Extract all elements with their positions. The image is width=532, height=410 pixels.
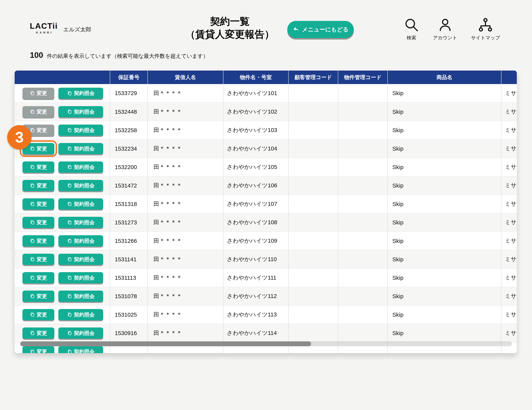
cell-property-name: さわやかハイツ107 bbox=[223, 195, 288, 213]
nav-account[interactable]: アカウント bbox=[433, 17, 457, 41]
contract-inquiry-button[interactable]: 契約照会 bbox=[58, 346, 103, 353]
cell-property-code bbox=[338, 287, 388, 305]
back-to-menu-button[interactable]: メニューにもどる bbox=[287, 21, 354, 38]
contract-inquiry-button[interactable]: 契約照会 bbox=[58, 272, 103, 283]
cell-actions: 変更 契約照会 bbox=[15, 324, 110, 342]
header-nav: 検索 アカウント bbox=[404, 17, 500, 41]
contract-inquiry-button[interactable]: 契約照会 bbox=[58, 327, 103, 339]
column-header: 商品名 bbox=[388, 70, 501, 84]
results-line: 100 件の結果を表示しています（検索可能な最大件数を超えています） bbox=[30, 51, 208, 60]
cell-tenant-name: 田＊＊＊＊ bbox=[148, 324, 223, 342]
document-icon bbox=[30, 127, 35, 133]
column-header: 顧客管理コード bbox=[288, 70, 338, 84]
contract-inquiry-button[interactable]: 契約照会 bbox=[58, 309, 103, 320]
cell-product-extra: ミサ bbox=[501, 121, 517, 139]
change-button[interactable]: 変更 bbox=[22, 198, 54, 210]
results-message: 件の結果を表示しています（検索可能な最大件数を超えています） bbox=[47, 52, 208, 60]
contract-inquiry-button-label: 契約照会 bbox=[74, 127, 95, 134]
cell-property-name: さわやかハイツ101 bbox=[223, 84, 288, 102]
cell-property-code bbox=[338, 269, 388, 287]
change-button[interactable]: 変更 bbox=[22, 180, 54, 191]
contract-inquiry-button[interactable]: 契約照会 bbox=[58, 254, 103, 265]
contract-inquiry-button[interactable]: 契約照会 bbox=[58, 235, 103, 246]
change-button[interactable]: 変更 bbox=[22, 217, 54, 228]
document-icon bbox=[30, 220, 35, 225]
document-icon bbox=[67, 183, 72, 188]
change-button[interactable]: 変更 bbox=[22, 161, 54, 173]
contract-inquiry-button[interactable]: 契約照会 bbox=[58, 291, 103, 302]
change-button[interactable]: 変更 bbox=[22, 327, 54, 339]
cell-actions: 変更 契約照会 bbox=[15, 269, 110, 287]
horizontal-scrollbar[interactable] bbox=[20, 341, 512, 346]
scrollbar-thumb[interactable] bbox=[20, 341, 311, 346]
cell-customer-code bbox=[288, 121, 338, 139]
contract-inquiry-button[interactable]: 契約照会 bbox=[58, 161, 103, 173]
change-button[interactable]: 変更 bbox=[22, 88, 54, 99]
row-button-group: 変更 契約照会 bbox=[15, 309, 110, 320]
change-button[interactable]: 変更 bbox=[22, 235, 54, 246]
row-button-group: 変更 契約照会 bbox=[15, 198, 110, 210]
document-icon bbox=[30, 312, 35, 317]
change-button[interactable]: 変更 bbox=[22, 309, 54, 320]
document-icon bbox=[67, 312, 72, 317]
cell-property-name: さわやかハイツ108 bbox=[223, 213, 288, 232]
contract-inquiry-button-label: 契約照会 bbox=[74, 330, 95, 337]
cell-property-code bbox=[338, 232, 388, 250]
cell-actions: 変更 契約照会 bbox=[15, 213, 110, 232]
document-icon bbox=[67, 109, 72, 114]
table-body: 変更 契約照会 1533729 田＊＊＊＊ さわやかハイツ101 Skip ミサ bbox=[15, 84, 517, 353]
row-button-group: 変更 契約照会 bbox=[15, 180, 110, 191]
cell-guarantee-no: 1532234 bbox=[110, 139, 148, 158]
contract-inquiry-button[interactable]: 契約照会 bbox=[58, 217, 103, 228]
document-icon bbox=[30, 201, 35, 206]
cell-tenant-name: 田＊＊＊＊ bbox=[148, 213, 223, 232]
nav-sitemap[interactable]: サイトマップ bbox=[471, 17, 500, 41]
cell-guarantee-no: 1531273 bbox=[110, 213, 148, 232]
back-to-menu-label: メニューにもどる bbox=[302, 26, 349, 33]
change-button[interactable]: 変更 bbox=[22, 254, 54, 265]
change-button[interactable]: 変更 bbox=[22, 346, 54, 353]
contract-inquiry-button-label: 契約照会 bbox=[74, 164, 95, 171]
contract-inquiry-button[interactable]: 契約照会 bbox=[58, 198, 103, 210]
page-title-line1: 契約一覧 bbox=[210, 16, 250, 27]
change-button[interactable]: 変更 bbox=[22, 291, 54, 302]
cell-tenant-name: 田＊＊＊＊ bbox=[148, 84, 223, 102]
cell-property-code bbox=[338, 250, 388, 269]
cell-product-name: Skip bbox=[388, 250, 501, 269]
document-icon bbox=[67, 165, 72, 170]
column-header: 物件管理コード bbox=[338, 70, 388, 84]
cell-guarantee-no: 1532448 bbox=[110, 102, 148, 121]
cell-property-name: さわやかハイツ113 bbox=[223, 305, 288, 324]
document-icon bbox=[30, 165, 35, 170]
contract-inquiry-button[interactable]: 契約照会 bbox=[58, 180, 103, 191]
logo-text: LACTii bbox=[30, 22, 58, 30]
cell-guarantee-no: 1531113 bbox=[110, 269, 148, 287]
cell-customer-code bbox=[288, 250, 338, 269]
document-icon bbox=[67, 220, 72, 225]
contract-inquiry-button[interactable]: 契約照会 bbox=[58, 143, 103, 154]
cell-guarantee-no: 1531266 bbox=[110, 232, 148, 250]
step-annotation-badge: 3 bbox=[7, 125, 31, 149]
nav-search[interactable]: 検索 bbox=[404, 17, 419, 41]
cell-actions: 変更 契約照会 bbox=[15, 158, 110, 176]
cell-property-name: さわやかハイツ114 bbox=[223, 324, 288, 342]
change-button-label: 変更 bbox=[37, 311, 47, 318]
cell-guarantee-no: 1531472 bbox=[110, 176, 148, 195]
contract-inquiry-button[interactable]: 契約照会 bbox=[58, 106, 103, 117]
row-button-group: 変更 契約照会 bbox=[15, 272, 110, 283]
row-button-group: 変更 契約照会 bbox=[15, 327, 110, 339]
cell-product-extra: ミサ bbox=[501, 324, 517, 342]
contract-inquiry-button[interactable]: 契約照会 bbox=[58, 88, 103, 99]
document-icon bbox=[30, 183, 35, 188]
table-row: 変更 契約照会 1532258 田＊＊＊＊ さわやかハイツ103 Skip ミサ bbox=[15, 121, 517, 139]
document-icon bbox=[67, 146, 72, 151]
change-button[interactable]: 変更 bbox=[22, 272, 54, 283]
contract-inquiry-button[interactable]: 契約照会 bbox=[58, 125, 103, 136]
user-name: エルズ太郎 bbox=[63, 26, 91, 33]
row-button-group: 変更 契約照会 bbox=[15, 235, 110, 246]
change-button[interactable]: 変更 bbox=[22, 106, 54, 117]
table-row: 変更 契約照会 1532448 田＊＊＊＊ さわやかハイツ102 Skip ミサ bbox=[15, 102, 517, 121]
column-header: 保証番号 bbox=[110, 70, 148, 84]
cell-property-code bbox=[338, 195, 388, 213]
cell-customer-code bbox=[288, 139, 338, 158]
